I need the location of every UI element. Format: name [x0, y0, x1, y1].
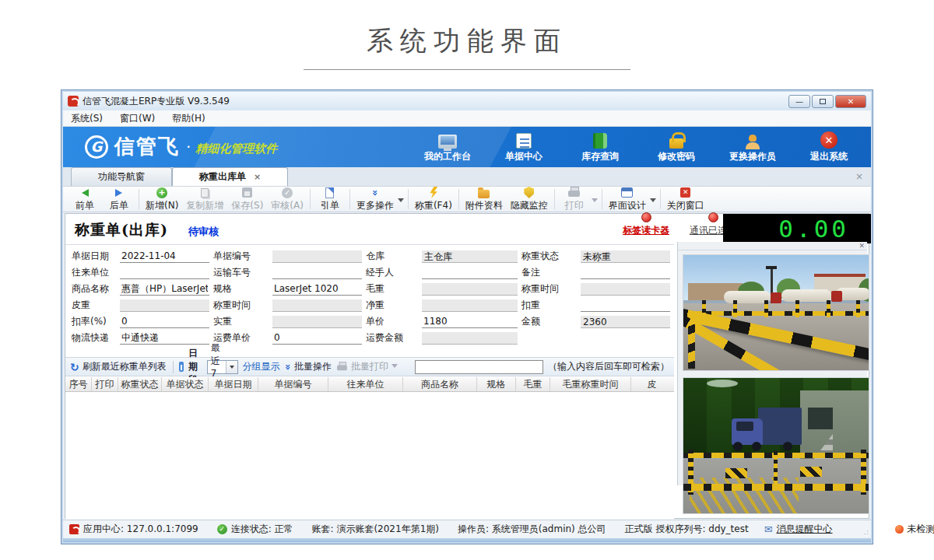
column-header[interactable]: 称重状态	[118, 377, 162, 391]
banner-action-change-password[interactable]: 修改密码	[648, 130, 704, 163]
warehouse-value: 主仓库	[422, 250, 518, 263]
recent-table-body[interactable]	[65, 392, 674, 520]
doc-no-value	[272, 250, 362, 263]
gross-weigh-time-value	[581, 283, 670, 296]
more-actions-button[interactable]: » 更多操作	[353, 186, 398, 212]
printer-icon	[337, 363, 347, 372]
actual-weight-value	[272, 316, 362, 328]
product-name-input[interactable]	[120, 283, 209, 296]
connection-status: ✓ 连接状态: 正常	[217, 523, 293, 536]
recent-table-header: 序号 打印 称重状态 单据状态 单据日期 单据编号 往来单位 商品名称 规格 毛…	[65, 377, 674, 392]
refresh-recent-button[interactable]: ↻ 刷新最近称重单列表	[70, 360, 167, 373]
freight-price-input[interactable]	[272, 332, 362, 345]
app-window: 信管飞混凝土ERP专业版 V9.3.549 — ✕ 系统(S) 窗口(W) 帮助…	[61, 89, 873, 544]
column-header[interactable]: 毛重	[516, 377, 550, 391]
title-underline	[304, 69, 630, 70]
tare-weigh-time-label: 称重时间	[213, 299, 272, 312]
hide-monitor-button[interactable]: 隐藏监控	[507, 186, 552, 212]
copy-icon	[201, 188, 209, 198]
banner-action-workbench[interactable]: 我的工作台	[420, 130, 476, 163]
app-center-icon	[69, 524, 79, 534]
toolbar-separator	[310, 189, 311, 209]
logistics-input[interactable]	[120, 332, 209, 345]
column-header[interactable]: 单据编号	[258, 377, 328, 391]
search-input[interactable]	[415, 360, 543, 374]
gross-weight-value	[422, 283, 518, 296]
spec-label: 规格	[213, 282, 272, 296]
banner-action-exit-system[interactable]: ✕ 退出系统	[801, 130, 857, 163]
lightning-icon	[429, 187, 437, 198]
gross-weigh-time-label: 称重时间	[521, 282, 581, 296]
next-doc-button[interactable]: 后单	[102, 186, 136, 212]
doc-date-label: 单据日期	[72, 250, 120, 263]
amount-label: 金额	[521, 315, 581, 328]
chevron-down-icon[interactable]	[650, 198, 656, 205]
close-window-button[interactable]: ✕ 关闭窗口	[663, 186, 708, 212]
partner-input[interactable]	[120, 267, 209, 279]
chevron-down-icon[interactable]	[398, 198, 404, 205]
brand-name: 信管飞	[114, 133, 180, 160]
menu-window[interactable]: 窗口(W)	[120, 112, 155, 125]
approve-check-icon: ✓	[282, 187, 293, 198]
weigh-button[interactable]: 称重(F4)	[411, 186, 456, 212]
prev-doc-button[interactable]: 前单	[68, 186, 102, 212]
date-range-select[interactable]: 最近7天	[207, 360, 238, 374]
maximize-icon	[820, 99, 826, 104]
select-dropdown-button[interactable]	[226, 361, 237, 373]
tab-weighing-outbound[interactable]: 称重出库单 ×	[172, 167, 288, 186]
toolbar-separator	[408, 189, 409, 209]
column-header[interactable]: 单据状态	[162, 377, 209, 391]
attachments-button[interactable]: 附件资料	[462, 186, 507, 212]
doc-date-input[interactable]	[120, 250, 209, 263]
unit-price-input[interactable]	[422, 316, 518, 328]
handler-label: 经手人	[366, 266, 422, 279]
unit-price-label: 单价	[366, 315, 422, 328]
chevron-down-icon	[392, 364, 398, 371]
workspace: 称重单(出库) 待审核 标签读卡器 通讯已连接 0.00 单据日期 单据编号 仓…	[65, 213, 869, 519]
tabbar-close-icon[interactable]: ×	[855, 171, 863, 182]
maximize-button[interactable]	[812, 95, 834, 108]
search-hint: （输入内容后回车即可检索）	[548, 360, 669, 373]
column-header[interactable]: 皮	[631, 377, 672, 391]
batch-print-button: 批量打印	[336, 360, 399, 373]
column-header[interactable]: 序号	[65, 377, 92, 391]
deduct-rate-input[interactable]	[120, 316, 209, 328]
tab-close-icon[interactable]: ×	[254, 172, 261, 182]
menu-help[interactable]: 帮助(H)	[172, 112, 205, 125]
spec-input[interactable]	[272, 283, 362, 296]
column-header[interactable]: 打印	[92, 377, 118, 391]
banner-action-switch-operator[interactable]: 更换操作员	[725, 130, 781, 163]
minimize-button[interactable]: —	[788, 95, 810, 108]
resize-grip[interactable]: .:	[864, 529, 869, 536]
remark-input[interactable]	[581, 267, 670, 279]
menu-system[interactable]: 系统(S)	[71, 112, 103, 125]
window-titlebar[interactable]: 信管飞混凝土ERP专业版 V9.3.549 — ✕	[63, 92, 871, 110]
close-button[interactable]: ✕	[835, 95, 866, 108]
password-lock-icon	[669, 138, 683, 149]
batch-operations-button[interactable]: » 批量操作	[285, 360, 332, 373]
group-display-button[interactable]: 分组显示	[243, 360, 280, 373]
account-set-status: 账套: 演示账套(2021年第1期)	[312, 523, 439, 536]
import-doc-button[interactable]: 引单	[313, 186, 347, 212]
deduct-weight-input[interactable]	[581, 299, 670, 312]
column-header[interactable]: 规格	[477, 377, 516, 391]
camera-feed-2	[683, 377, 869, 514]
column-header[interactable]: 毛重称重时间	[550, 377, 631, 391]
ui-design-icon	[621, 187, 633, 198]
column-header[interactable]: 单据日期	[209, 377, 258, 391]
close-icon[interactable]: ✕	[859, 242, 865, 250]
vehicle-no-input[interactable]	[272, 267, 362, 279]
freight-amount-label: 运费金额	[366, 331, 422, 345]
banner-action-inventory-query[interactable]: 库存查询	[572, 130, 628, 163]
handler-input[interactable]	[422, 267, 518, 279]
tab-function-navigator[interactable]: 功能导航窗	[71, 167, 172, 186]
new-button[interactable]: + 新增(N)	[142, 186, 182, 212]
ui-design-button[interactable]: 界面设计	[605, 186, 650, 212]
copy-new-button: 复制新增	[182, 186, 227, 212]
column-header[interactable]: 往来单位	[328, 377, 403, 391]
column-header[interactable]: 商品名称	[403, 377, 477, 391]
banner-action-document-center[interactable]: 单据中心	[496, 130, 552, 163]
app-center-status: 应用中心: 127.0.0.1:7099	[69, 523, 198, 536]
message-center-link[interactable]: ✉ 消息提醒中心	[764, 523, 833, 536]
tag-reader-link[interactable]: 标签读卡器	[615, 224, 677, 237]
